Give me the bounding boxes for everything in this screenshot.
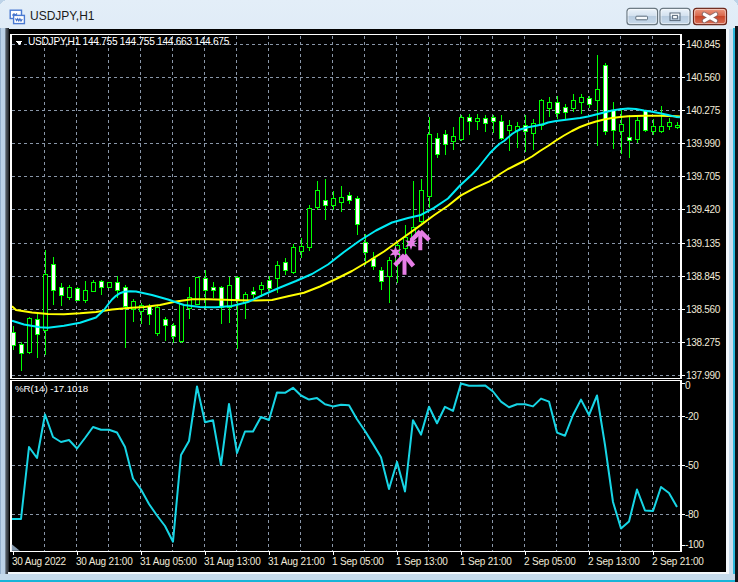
svg-text:1 Sep 13:00: 1 Sep 13:00	[396, 556, 448, 567]
svg-text:138.560: 138.560	[686, 304, 721, 315]
svg-text:31 Aug 13:00: 31 Aug 13:00	[204, 556, 261, 567]
svg-text:30 Aug 2022: 30 Aug 2022	[12, 556, 67, 567]
svg-text:2 Sep 13:00: 2 Sep 13:00	[588, 556, 640, 567]
svg-text:USDJPY,H1: USDJPY,H1	[30, 9, 95, 23]
svg-text:30 Aug 21:00: 30 Aug 21:00	[76, 556, 133, 567]
svg-text:%R(14) -17.1018: %R(14) -17.1018	[15, 383, 89, 394]
svg-text:-80: -80	[685, 509, 699, 520]
svg-text:140.560: 140.560	[686, 72, 721, 83]
svg-text:138.845: 138.845	[686, 271, 721, 282]
svg-text:138.275: 138.275	[686, 337, 721, 348]
svg-text:2 Sep 21:00: 2 Sep 21:00	[652, 556, 704, 567]
svg-text:0: 0	[685, 380, 691, 391]
svg-text:140.845: 140.845	[686, 39, 721, 50]
svg-text:31 Aug 05:00: 31 Aug 05:00	[140, 556, 197, 567]
svg-text:139.705: 139.705	[686, 171, 721, 182]
svg-text:139.135: 139.135	[686, 238, 721, 249]
svg-text:139.420: 139.420	[686, 204, 721, 215]
svg-text:-100: -100	[685, 539, 705, 550]
svg-text:-50: -50	[685, 460, 699, 471]
svg-text:140.275: 140.275	[686, 105, 721, 116]
svg-text:31 Aug 21:00: 31 Aug 21:00	[268, 556, 325, 567]
svg-text:137.990: 137.990	[686, 370, 721, 381]
svg-text:-20: -20	[685, 411, 699, 422]
svg-text:USDJPY,H1 144.755 144.755 144: USDJPY,H1 144.755 144.755 144.663 144.67…	[28, 36, 230, 47]
svg-text:139.990: 139.990	[686, 138, 721, 149]
svg-text:2 Sep 05:00: 2 Sep 05:00	[524, 556, 576, 567]
svg-text:1 Sep 21:00: 1 Sep 21:00	[460, 556, 512, 567]
svg-text:1 Sep 05:00: 1 Sep 05:00	[332, 556, 384, 567]
